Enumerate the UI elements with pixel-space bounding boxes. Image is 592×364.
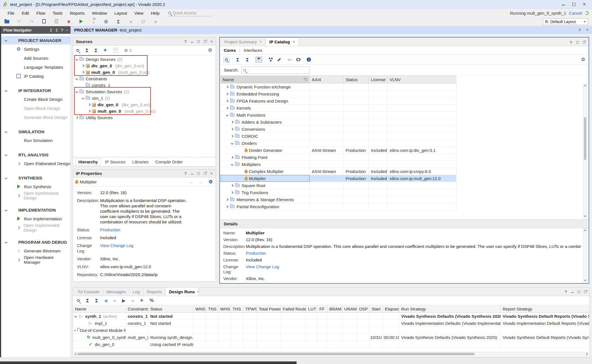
expander-icon[interactable] [88,103,91,106]
close-tab-icon[interactable]: × [197,289,199,294]
details-scrollbar[interactable] [583,228,587,283]
collapse-all-icon[interactable] [236,58,239,61]
open-project-icon[interactable] [3,19,10,24]
ip-catalog-row[interactable]: Math Functions [220,112,456,119]
window-maximize-icon[interactable] [572,3,575,6]
flow-navigator-entry[interactable]: Run Simulation [1,136,70,145]
help-icon[interactable]: ? [578,28,581,32]
ip-catalog-row[interactable]: Trig Functions [220,189,456,196]
design-run-row[interactable]: ▷ impl_1 constrs_1 Not started Vivado Im… [73,320,589,327]
expand-all-icon[interactable] [246,58,249,61]
percent-icon[interactable]: % [149,298,154,303]
expander-icon[interactable] [231,156,234,159]
forward-icon[interactable]: → [198,179,202,185]
add-sources-icon[interactable]: + [103,47,107,54]
menu-item[interactable]: View [131,11,147,15]
search-icon[interactable] [76,49,79,52]
help-icon[interactable]: ? [565,289,567,294]
menu-item[interactable]: Window [88,11,111,15]
ip-catalog-row[interactable]: Kernels [220,105,456,112]
customize-ip-icon[interactable] [277,58,281,61]
filter-icon[interactable] [255,57,262,63]
ip-catalog-row[interactable]: CORDIC [220,133,456,140]
menu-item[interactable]: File [4,11,18,15]
scrollbar-thumb[interactable] [77,353,475,355]
go-to-start-icon[interactable]: ◀ [104,298,107,303]
sources-view-tab[interactable]: Hierarchy [75,158,101,165]
expander-icon[interactable] [76,58,78,61]
flow-navigator-entry[interactable]: Add Sources [1,54,70,63]
flow-navigator-entry[interactable]: Create Block Design [1,95,70,104]
ip-catalog-row[interactable]: Floating Point [220,154,456,161]
bottom-tab[interactable]: Tcl Console [74,287,103,296]
catalog-scrollbar[interactable] [583,83,587,218]
flow-navigator-entry[interactable]: IP Catalog [1,72,70,81]
help-icon[interactable]: ? [184,171,187,176]
flow-navigator-entry[interactable]: Open Hardware Manager [1,255,70,264]
scroll-up-icon[interactable] [584,85,587,88]
close-panel-icon[interactable]: × [210,39,213,44]
maximize-panel-icon[interactable] [197,40,200,43]
flow-navigator-entry[interactable]: Run Synthesis [1,182,70,191]
sources-view-tab[interactable]: Libraries [129,159,151,165]
column-header[interactable]: Run Strategy [399,305,501,312]
source-tree-row[interactable]: constrs_1 [73,82,216,88]
column-header[interactable]: TNS [206,305,218,312]
flow-navigator-entry[interactable]: SYNTHESIS [1,174,70,182]
ip-catalog-row[interactable]: FPGA Features and Design [220,97,456,105]
search-icon[interactable] [77,299,80,302]
bottom-tab[interactable]: Log [129,287,143,296]
scroll-right-icon[interactable] [585,353,588,356]
ip-catalog-row[interactable]: Dynamic Function eXchange [220,83,456,90]
menu-item[interactable]: Edit [18,11,33,15]
document-tab[interactable]: IP Catalog × [266,37,299,46]
flow-navigator-entry[interactable]: Open Elaborated Design [1,159,70,168]
column-header[interactable]: Total Power [257,305,281,312]
expander-icon[interactable] [76,77,78,80]
sources-view-tab[interactable]: IP Sources [102,159,128,165]
expander-icon[interactable] [226,99,229,102]
expander-icon[interactable] [226,85,229,88]
flow-navigator-entry[interactable]: Language Templates [1,63,70,72]
expander-icon[interactable] [231,135,234,137]
float-panel-icon[interactable] [204,40,206,43]
minimize-panel-icon[interactable] [191,172,193,174]
menu-item[interactable]: Tools [49,11,66,15]
flow-navigator-entry[interactable]: Open Block Design [1,104,70,113]
bottom-tab[interactable]: Design Runs [165,287,198,296]
expand-all-icon[interactable] [56,29,58,32]
document-tab[interactable]: Project Summary × [221,37,266,46]
expander-icon[interactable] [76,90,78,93]
expander-icon[interactable] [231,142,234,145]
scrollbar-thumb[interactable] [584,117,586,160]
tab-cores[interactable]: Cores [224,48,236,53]
column-header[interactable]: DSP [357,305,370,312]
flow-navigator-entry[interactable]: ↓ Generate Bitstream [1,246,70,255]
flow-navigator-entry[interactable]: IP INTEGRATOR [1,86,70,95]
tab-interfaces[interactable]: Interfaces [244,48,262,53]
source-tree-row[interactable]: Utility Sources [73,114,216,121]
expander-icon[interactable] [82,71,85,74]
settings-gear-icon[interactable]: ⚙ [209,179,213,185]
layout-selector[interactable]: Default Layout [543,18,588,25]
ip-catalog-row[interactable]: Dividers [220,140,456,147]
source-tree-row[interactable]: sim_1 (2) [73,95,216,101]
ip-catalog-row[interactable]: Adders & Subtracters [220,119,456,126]
expander-icon[interactable] [82,65,85,67]
expander-icon[interactable] [231,128,234,130]
flow-navigator-entry[interactable]: IMPLEMENTATION [1,206,70,214]
sources-view-tab[interactable]: Compile Order [153,159,186,165]
column-header[interactable]: Name [73,305,126,312]
column-header[interactable]: THS [231,305,243,312]
settings-gear-icon[interactable]: ⚙ [103,19,109,24]
column-status[interactable]: Status [343,76,369,83]
column-header[interactable]: URAM [342,305,357,312]
catalog-search-input[interactable]: · [241,66,310,74]
step-back-icon[interactable]: « [114,298,116,303]
column-header[interactable]: Start [370,305,383,312]
design-run-row[interactable]: ↻ mult_gen_0_synth_1 mult_gen_0 Running … [73,334,589,341]
column-header[interactable]: Status [148,305,193,312]
flow-navigator-entry[interactable]: SIMULATION [1,127,70,136]
source-tree-row[interactable]: Simulation Sources (2) [73,88,216,95]
help-icon[interactable]: ? [184,39,187,44]
